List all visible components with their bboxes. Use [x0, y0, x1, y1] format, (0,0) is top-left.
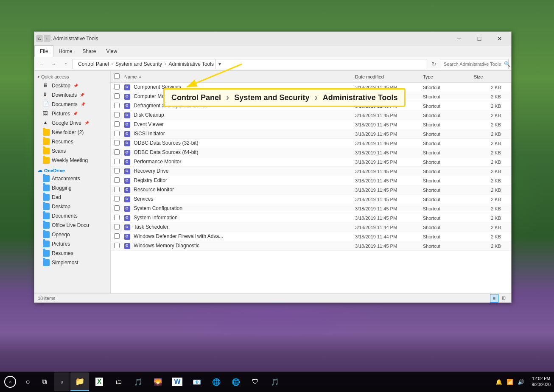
- sidebar-item-documents-od[interactable]: Documents: [34, 211, 110, 221]
- sidebar-item-scans[interactable]: Scans: [34, 146, 110, 156]
- row-checkbox[interactable]: [114, 121, 124, 128]
- sidebar-item-resumes[interactable]: Resumes: [34, 137, 110, 146]
- row-checkbox[interactable]: [114, 131, 124, 137]
- table-row[interactable]: Services 3/18/2019 11:45 PM Shortcut 2 K…: [111, 195, 511, 204]
- sidebar-item-attachments[interactable]: Attachments: [34, 174, 110, 183]
- taskbar-photos[interactable]: 🌄: [148, 372, 167, 391]
- sidebar-item-pictures-od[interactable]: Pictures: [34, 239, 110, 249]
- table-row[interactable]: Recovery Drive 3/18/2019 11:45 PM Shortc…: [111, 167, 511, 176]
- taskbar-libraries[interactable]: 🗂: [109, 372, 128, 391]
- checkbox-row[interactable]: [114, 177, 120, 183]
- tray-notifications[interactable]: 🔔: [495, 378, 503, 386]
- taskbar-outlook[interactable]: 📧: [187, 372, 206, 391]
- sidebar-item-weeklymeeting[interactable]: Weekly Meeting: [34, 156, 110, 165]
- checkbox-row[interactable]: [114, 243, 120, 248]
- sidebar-item-desktop-od[interactable]: Desktop: [34, 202, 110, 211]
- checkbox-row[interactable]: [114, 121, 120, 127]
- taskbar-media[interactable]: 🎵: [129, 372, 148, 391]
- checkbox-row[interactable]: [114, 112, 120, 118]
- row-checkbox[interactable]: [114, 103, 124, 109]
- view-details-button[interactable]: ≡: [490, 294, 498, 302]
- checkbox-row[interactable]: [114, 140, 120, 146]
- taskbar-clock[interactable]: 12:02 PM 9/20/2020: [529, 376, 554, 388]
- checkbox-row[interactable]: [114, 233, 120, 239]
- col-header-date[interactable]: Date modified: [355, 74, 423, 79]
- taskbar-security[interactable]: 🛡: [246, 372, 265, 391]
- checkbox-all[interactable]: [114, 73, 120, 79]
- sidebar-item-newfolder[interactable]: New folder (2): [34, 128, 110, 137]
- checkbox-row[interactable]: [114, 168, 120, 174]
- taskbar-word[interactable]: W: [168, 372, 187, 391]
- maximize-button[interactable]: □: [470, 32, 489, 45]
- taskbar-network[interactable]: 🌐: [227, 372, 245, 391]
- col-header-type[interactable]: Type: [423, 74, 474, 79]
- sidebar-item-pictures[interactable]: 🖼 Pictures 📌: [34, 109, 110, 118]
- col-header-size[interactable]: Size: [474, 74, 508, 79]
- refresh-button[interactable]: ↻: [429, 59, 439, 69]
- row-checkbox[interactable]: [114, 168, 124, 175]
- menu-view[interactable]: View: [101, 45, 122, 57]
- checkbox-row[interactable]: [114, 84, 120, 90]
- checkbox-row[interactable]: [114, 224, 120, 230]
- table-row[interactable]: Performance Monitor 3/18/2019 11:45 PM S…: [111, 157, 511, 167]
- row-checkbox[interactable]: [114, 112, 124, 119]
- search-input[interactable]: [444, 62, 502, 67]
- row-checkbox[interactable]: [114, 149, 124, 156]
- checkbox-row[interactable]: [114, 159, 120, 164]
- quick-access-header[interactable]: ▾ Quick access: [34, 73, 110, 81]
- path-seg-admintools[interactable]: Administrative Tools: [167, 61, 215, 67]
- select-all-checkbox[interactable]: [114, 73, 124, 80]
- start-button[interactable]: ○: [0, 372, 20, 392]
- row-checkbox[interactable]: [114, 159, 124, 165]
- path-seg-controlpanel[interactable]: Control Panel: [76, 61, 111, 67]
- row-checkbox[interactable]: [114, 93, 124, 100]
- address-dropdown[interactable]: ▾: [215, 59, 224, 69]
- checkbox-row[interactable]: [114, 215, 120, 220]
- tray-volume[interactable]: 🔊: [517, 378, 525, 386]
- sidebar-item-googledrive[interactable]: ▲ Google Drive 📌: [34, 118, 110, 128]
- menu-share[interactable]: Share: [77, 45, 101, 57]
- sidebar-item-downloads[interactable]: ⬇ Downloads 📌: [34, 90, 110, 100]
- table-row[interactable]: Windows Memory Diagnostic 3/18/2019 11:4…: [111, 241, 511, 251]
- address-path-container[interactable]: Control Panel › System and Security › Ad…: [73, 59, 427, 69]
- table-row[interactable]: iSCSI Initiator 3/18/2019 11:45 PM Short…: [111, 129, 511, 139]
- col-header-name[interactable]: Name ▲: [124, 74, 355, 79]
- checkbox-row[interactable]: [114, 93, 120, 99]
- checkbox-row[interactable]: [114, 149, 120, 155]
- taskbar-musicbee[interactable]: 🎵: [266, 372, 284, 391]
- table-row[interactable]: ODBC Data Sources (32-bit) 3/18/2019 11:…: [111, 139, 511, 148]
- row-checkbox[interactable]: [114, 243, 124, 249]
- row-checkbox[interactable]: [114, 140, 124, 147]
- table-row[interactable]: Windows Defender Firewall with Adva... 3…: [111, 232, 511, 241]
- table-row[interactable]: System Information 3/18/2019 11:45 PM Sh…: [111, 213, 511, 223]
- row-checkbox[interactable]: [114, 177, 124, 184]
- table-row[interactable]: Registry Editor 3/18/2019 11:45 PM Short…: [111, 176, 511, 185]
- close-button[interactable]: ✕: [490, 32, 509, 45]
- checkbox-row[interactable]: [114, 187, 120, 192]
- forward-button[interactable]: →: [49, 59, 59, 69]
- sidebar-item-dad[interactable]: Dad: [34, 193, 110, 202]
- sidebar-item-desktop[interactable]: 🖥 Desktop 📌: [34, 81, 110, 90]
- menu-home[interactable]: Home: [53, 45, 77, 57]
- table-row[interactable]: Resource Monitor 3/18/2019 11:45 PM Shor…: [111, 185, 511, 195]
- table-row[interactable]: ODBC Data Sources (64-bit) 3/18/2019 11:…: [111, 148, 511, 157]
- taskbar-chrome[interactable]: 🌐: [207, 372, 226, 391]
- row-checkbox[interactable]: [114, 84, 124, 91]
- view-tiles-button[interactable]: ⊞: [499, 294, 508, 302]
- row-checkbox[interactable]: [114, 215, 124, 221]
- checkbox-row[interactable]: [114, 196, 120, 202]
- checkbox-row[interactable]: [114, 103, 120, 108]
- onedrive-header[interactable]: ☁ OneDrive: [34, 165, 110, 174]
- taskbar-fileexplorer[interactable]: 📁: [70, 372, 89, 391]
- row-checkbox[interactable]: [114, 233, 124, 240]
- table-row[interactable]: Event Viewer 3/18/2019 11:45 PM Shortcut…: [111, 120, 511, 129]
- sidebar-item-resumes-od[interactable]: Resumes: [34, 249, 110, 258]
- row-checkbox[interactable]: [114, 187, 124, 193]
- taskbar-taskview[interactable]: ⧉: [35, 372, 53, 391]
- back-button[interactable]: ←: [37, 59, 47, 69]
- row-checkbox[interactable]: [114, 205, 124, 212]
- path-seg-systemsecurity[interactable]: System and Security: [114, 61, 164, 67]
- checkbox-row[interactable]: [114, 131, 120, 136]
- taskbar-excel[interactable]: X: [90, 372, 109, 391]
- taskbar-search[interactable]: ○: [22, 372, 34, 391]
